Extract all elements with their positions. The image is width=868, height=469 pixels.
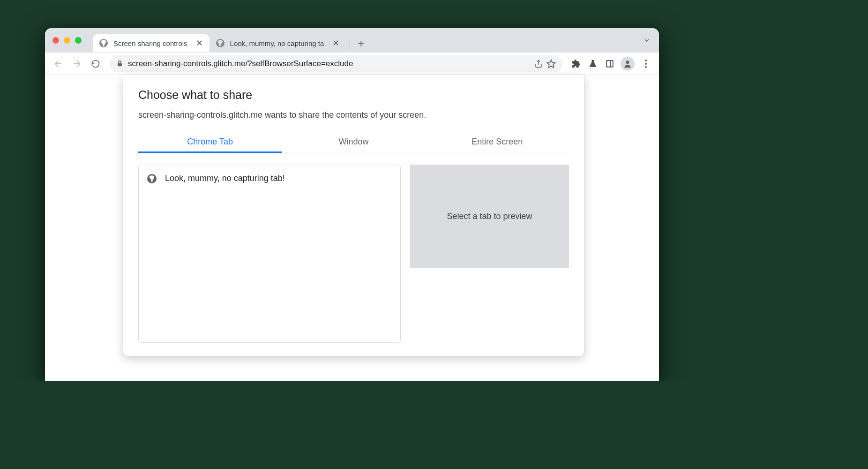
tabs-dropdown-button[interactable] — [643, 37, 651, 44]
tab-entire-screen[interactable]: Entire Screen — [426, 132, 569, 153]
screen-share-dialog: Choose what to share screen-sharing-cont… — [123, 75, 584, 356]
share-list-item[interactable]: Look, mummy, no capturing tab! — [139, 169, 400, 188]
new-tab-button[interactable]: + — [354, 37, 368, 50]
browser-tab-inactive[interactable]: Look, mummy, no capturing ta ✕ — [210, 34, 346, 52]
nav-forward-button[interactable] — [68, 55, 85, 72]
svg-point-7 — [626, 61, 629, 64]
tab-close-button[interactable]: ✕ — [332, 39, 339, 47]
svg-rect-2 — [118, 63, 122, 66]
flask-icon[interactable] — [585, 56, 601, 72]
titlebar: Screen sharing controls ✕ Look, mummy, n… — [45, 28, 659, 53]
share-content-area: Look, mummy, no capturing tab! Select a … — [138, 165, 569, 343]
share-preview-pane: Select a tab to preview — [410, 165, 569, 343]
share-item-title: Look, mummy, no capturing tab! — [165, 174, 285, 183]
share-source-tabs: Chrome Tab Window Entire Screen — [138, 132, 569, 153]
window-close-button[interactable] — [52, 37, 59, 44]
globe-icon — [99, 39, 108, 47]
nav-reload-button[interactable] — [87, 55, 104, 72]
share-icon[interactable] — [534, 60, 543, 68]
share-tab-list: Look, mummy, no capturing tab! — [138, 165, 401, 343]
dialog-title: Choose what to share — [138, 88, 569, 102]
extensions-icon[interactable] — [568, 56, 584, 72]
page-content: Choose what to share screen-sharing-cont… — [45, 75, 659, 381]
preview-placeholder: Select a tab to preview — [410, 165, 569, 268]
url-text: screen-sharing-controls.glitch.me/?selfB… — [128, 59, 531, 68]
browser-window: Screen sharing controls ✕ Look, mummy, n… — [45, 28, 659, 381]
lock-icon — [116, 60, 123, 67]
preview-placeholder-text: Select a tab to preview — [447, 212, 532, 221]
globe-icon — [147, 174, 157, 183]
dialog-description: screen-sharing-controls.glitch.me wants … — [138, 110, 569, 120]
tab-chrome-tab[interactable]: Chrome Tab — [138, 132, 282, 153]
nav-back-button[interactable] — [50, 55, 67, 72]
tab-separator — [350, 38, 350, 50]
globe-icon — [216, 39, 224, 47]
tab-title: Look, mummy, no capturing ta — [230, 39, 324, 47]
toolbar: screen-sharing-controls.glitch.me/?selfB… — [45, 53, 659, 75]
extensions-area — [568, 56, 654, 72]
profile-avatar[interactable] — [621, 57, 635, 71]
tab-window[interactable]: Window — [282, 132, 425, 153]
browser-menu-button[interactable] — [637, 60, 654, 68]
tab-title: Screen sharing controls — [113, 39, 187, 47]
traffic-lights — [52, 37, 82, 44]
panel-icon[interactable] — [602, 56, 618, 72]
address-bar[interactable]: screen-sharing-controls.glitch.me/?selfB… — [110, 55, 562, 72]
window-minimize-button[interactable] — [64, 37, 70, 44]
bookmark-icon[interactable] — [546, 59, 556, 68]
svg-rect-5 — [606, 61, 613, 67]
window-maximize-button[interactable] — [75, 37, 82, 44]
tab-close-button[interactable]: ✕ — [196, 39, 203, 47]
browser-tab-active[interactable]: Screen sharing controls ✕ — [93, 34, 210, 52]
svg-marker-4 — [547, 60, 555, 68]
